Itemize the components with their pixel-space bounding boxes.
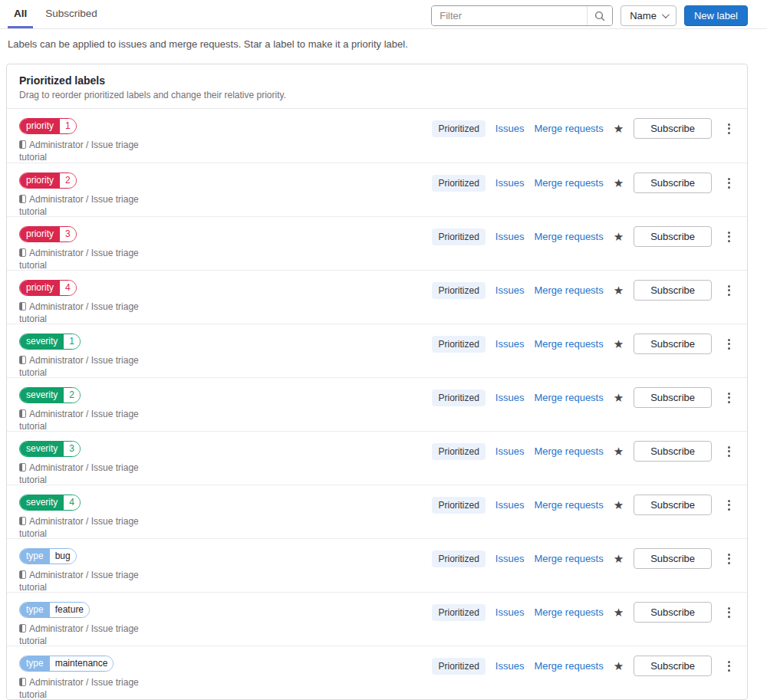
kebab-menu-icon[interactable] (723, 603, 735, 622)
subscribe-button[interactable]: Subscribe (634, 441, 712, 462)
merge-requests-link[interactable]: Merge requests (534, 123, 603, 134)
star-icon[interactable]: ★ (614, 499, 624, 511)
subscribe-button[interactable]: Subscribe (634, 118, 712, 139)
project-link[interactable]: Administrator / Issue triage tutorial (19, 516, 169, 541)
label-value: 2 (64, 388, 80, 403)
merge-requests-link[interactable]: Merge requests (534, 338, 603, 350)
kebab-menu-icon[interactable] (723, 228, 735, 246)
kebab-menu-icon[interactable] (723, 550, 735, 568)
project-link[interactable]: Administrator / Issue triage tutorial (19, 140, 169, 164)
kebab-menu-icon[interactable] (723, 335, 735, 353)
label-scope: severity (20, 442, 64, 456)
issues-link[interactable]: Issues (495, 177, 525, 189)
issues-link[interactable]: Issues (495, 338, 525, 350)
issues-link[interactable]: Issues (495, 499, 525, 511)
merge-requests-link[interactable]: Merge requests (534, 177, 603, 189)
project-link[interactable]: Administrator / Issue triage tutorial (19, 677, 169, 700)
issues-link[interactable]: Issues (495, 231, 525, 242)
label-info: severity1 Administrator / Issue triage t… (19, 334, 169, 380)
kebab-menu-icon[interactable] (723, 442, 735, 461)
label-scope: type (20, 656, 50, 671)
issues-link[interactable]: Issues (495, 606, 525, 618)
sort-dropdown[interactable]: Name (621, 5, 676, 26)
star-icon[interactable]: ★ (614, 445, 624, 457)
project-link[interactable]: Administrator / Issue triage tutorial (19, 355, 169, 380)
star-icon[interactable]: ★ (614, 123, 624, 134)
label-scope: priority (20, 173, 60, 188)
label-scope: severity (20, 495, 64, 510)
scoped-label[interactable]: priority3 (19, 226, 77, 242)
merge-requests-link[interactable]: Merge requests (534, 499, 603, 511)
scoped-label[interactable]: typemaintenance (19, 656, 114, 672)
star-icon[interactable]: ★ (614, 606, 624, 618)
merge-requests-link[interactable]: Merge requests (534, 284, 603, 296)
label-row: priority2 Administrator / Issue triage t… (7, 163, 747, 216)
kebab-menu-icon[interactable] (723, 120, 735, 138)
prioritized-badge: Prioritized (432, 550, 485, 567)
scoped-label[interactable]: severity1 (19, 334, 81, 350)
prioritized-badge: Prioritized (432, 175, 485, 192)
subscribe-button[interactable]: Subscribe (634, 656, 712, 676)
project-link[interactable]: Administrator / Issue triage tutorial (19, 409, 169, 433)
scoped-label[interactable]: severity4 (19, 495, 81, 511)
issues-link[interactable]: Issues (495, 123, 525, 134)
kebab-menu-icon[interactable] (723, 657, 735, 675)
scoped-label[interactable]: severity3 (19, 441, 81, 457)
subscribe-button[interactable]: Subscribe (634, 334, 712, 354)
project-link[interactable]: Administrator / Issue triage tutorial (19, 248, 169, 272)
scoped-label[interactable]: typefeature (19, 602, 90, 618)
label-row: priority3 Administrator / Issue triage t… (7, 216, 747, 270)
issues-link[interactable]: Issues (495, 392, 525, 403)
merge-requests-link[interactable]: Merge requests (534, 553, 603, 564)
new-label-button[interactable]: New label (684, 5, 748, 26)
scoped-label[interactable]: priority2 (19, 173, 77, 189)
scoped-label[interactable]: priority4 (19, 280, 77, 296)
kebab-menu-icon[interactable] (723, 496, 735, 514)
star-icon[interactable]: ★ (614, 660, 624, 672)
filter-input[interactable] (432, 6, 587, 25)
project-link[interactable]: Administrator / Issue triage tutorial (19, 462, 169, 487)
merge-requests-link[interactable]: Merge requests (534, 445, 603, 457)
subscribe-button[interactable]: Subscribe (634, 226, 712, 247)
label-row: severity2 Administrator / Issue triage t… (7, 377, 747, 431)
chevron-down-icon (662, 11, 670, 18)
star-icon[interactable]: ★ (614, 338, 624, 350)
merge-requests-link[interactable]: Merge requests (534, 392, 603, 403)
star-icon[interactable]: ★ (614, 392, 624, 403)
subscribe-button[interactable]: Subscribe (634, 548, 712, 569)
search-icon[interactable] (587, 6, 612, 25)
star-icon[interactable]: ★ (614, 177, 624, 189)
subscribe-button[interactable]: Subscribe (634, 495, 712, 515)
project-link[interactable]: Administrator / Issue triage tutorial (19, 301, 169, 326)
merge-requests-link[interactable]: Merge requests (534, 606, 603, 618)
kebab-menu-icon[interactable] (723, 281, 735, 300)
issues-link[interactable]: Issues (495, 445, 525, 457)
scoped-label[interactable]: severity2 (19, 387, 81, 403)
merge-requests-link[interactable]: Merge requests (534, 660, 603, 672)
scoped-label[interactable]: typebug (19, 548, 77, 564)
project-link[interactable]: Administrator / Issue triage tutorial (19, 194, 169, 219)
project-link[interactable]: Administrator / Issue triage tutorial (19, 623, 169, 648)
row-actions: Prioritized Issues Merge requests ★ Subs… (432, 495, 735, 515)
star-icon[interactable]: ★ (614, 553, 624, 564)
subscribe-button[interactable]: Subscribe (634, 387, 712, 408)
label-scope: type (20, 549, 50, 564)
star-icon[interactable]: ★ (614, 231, 624, 242)
merge-requests-link[interactable]: Merge requests (534, 231, 603, 242)
issues-link[interactable]: Issues (495, 284, 525, 296)
issues-link[interactable]: Issues (495, 660, 525, 672)
label-row: priority4 Administrator / Issue triage t… (7, 270, 747, 324)
issues-link[interactable]: Issues (495, 553, 525, 564)
tab-all[interactable]: All (8, 0, 33, 28)
project-link[interactable]: Administrator / Issue triage tutorial (19, 570, 169, 594)
kebab-menu-icon[interactable] (723, 174, 735, 192)
scoped-label[interactable]: priority1 (19, 118, 77, 134)
kebab-menu-icon[interactable] (723, 389, 735, 407)
star-icon[interactable]: ★ (614, 284, 624, 296)
project-name: Administrator / Issue triage tutorial (19, 194, 139, 217)
subscribe-button[interactable]: Subscribe (634, 602, 712, 623)
project-name: Administrator / Issue triage tutorial (19, 570, 139, 593)
subscribe-button[interactable]: Subscribe (634, 280, 712, 301)
subscribe-button[interactable]: Subscribe (634, 173, 712, 193)
tab-subscribed[interactable]: Subscribed (39, 0, 104, 28)
